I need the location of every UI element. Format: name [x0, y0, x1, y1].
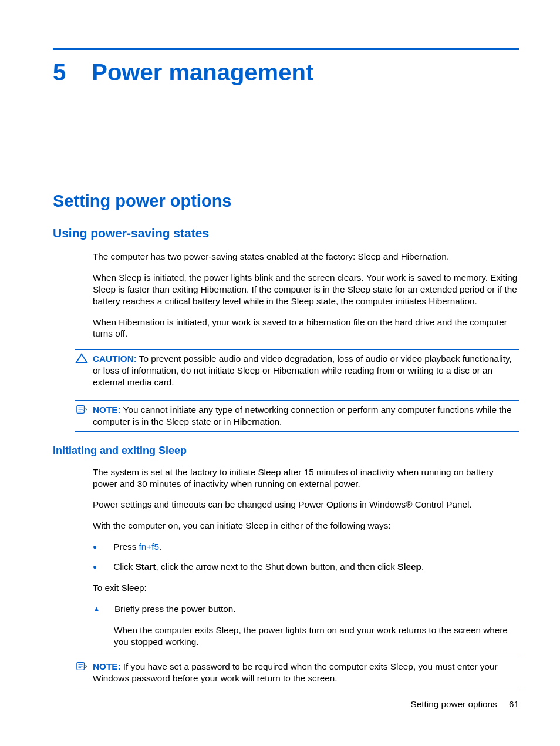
- footer-text: Setting power options: [411, 699, 497, 709]
- sub-para: When the computer exits Sleep, the power…: [114, 624, 519, 648]
- bullet-text-post: .: [159, 542, 161, 552]
- bullet-icon: ●: [93, 563, 97, 572]
- chapter-title: Power management: [92, 59, 313, 86]
- list-item: ● Press fn+f5.: [93, 541, 519, 553]
- body-para: With the computer on, you can initiate S…: [93, 520, 519, 532]
- caution-callout: CAUTION: To prevent possible audio and v…: [75, 349, 519, 392]
- note-callout: NOTE: You cannot initiate any type of ne…: [75, 400, 519, 432]
- triangle-icon: ▲: [93, 604, 100, 614]
- bold-start: Start: [136, 562, 156, 572]
- bullet-text-pre: Press: [113, 542, 139, 552]
- chapter-number: 5: [53, 59, 66, 86]
- body-para: Power settings and timeouts can be chang…: [93, 499, 519, 510]
- chapter-header: 5 Power management: [53, 59, 519, 86]
- bullet-text-pre: Click: [113, 562, 135, 572]
- note-label: NOTE:: [93, 661, 121, 671]
- note-icon: [75, 404, 88, 415]
- caution-icon: [75, 353, 88, 364]
- caution-text: To prevent possible audio and video degr…: [93, 354, 512, 387]
- note-text: You cannot initiate any type of networki…: [93, 405, 511, 426]
- keyboard-shortcut-link[interactable]: fn+f5: [139, 542, 159, 552]
- page-number: 61: [509, 699, 519, 709]
- page-footer: Setting power options 61: [411, 699, 519, 710]
- bullet-text-mid: , click the arrow next to the Shut down …: [156, 562, 398, 572]
- subsection-using-power-saving-states: Using power-saving states: [53, 226, 519, 240]
- bullet-text-post: .: [421, 562, 424, 572]
- subsubsection-initiating-exiting-sleep: Initiating and exiting Sleep: [53, 445, 519, 457]
- note-label: NOTE:: [93, 405, 121, 415]
- body-para: The computer has two power-saving states…: [93, 251, 519, 263]
- list-item: ● Click Start, click the arrow next to t…: [93, 561, 519, 573]
- note-callout: NOTE: If you have set a password to be r…: [75, 657, 519, 688]
- top-rule: [53, 48, 519, 50]
- bullet-list: ● Press fn+f5. ● Click Start, click the …: [93, 541, 519, 573]
- triangle-text: Briefly press the power button.: [114, 603, 519, 615]
- bullet-icon: ●: [93, 543, 97, 552]
- triangle-list: ▲ Briefly press the power button.: [93, 603, 519, 615]
- body-para: When Hibernation is initiated, your work…: [93, 317, 519, 340]
- body-para: When Sleep is initiated, the power light…: [93, 272, 519, 307]
- body-para: The system is set at the factory to init…: [93, 466, 519, 490]
- bold-sleep: Sleep: [397, 562, 421, 572]
- body-para: To exit Sleep:: [93, 582, 519, 594]
- list-item: ▲ Briefly press the power button.: [93, 603, 519, 615]
- section-title: Setting power options: [53, 191, 519, 211]
- note-icon: [75, 661, 88, 671]
- note-text: If you have set a password to be require…: [93, 661, 498, 683]
- caution-label: CAUTION:: [93, 354, 137, 364]
